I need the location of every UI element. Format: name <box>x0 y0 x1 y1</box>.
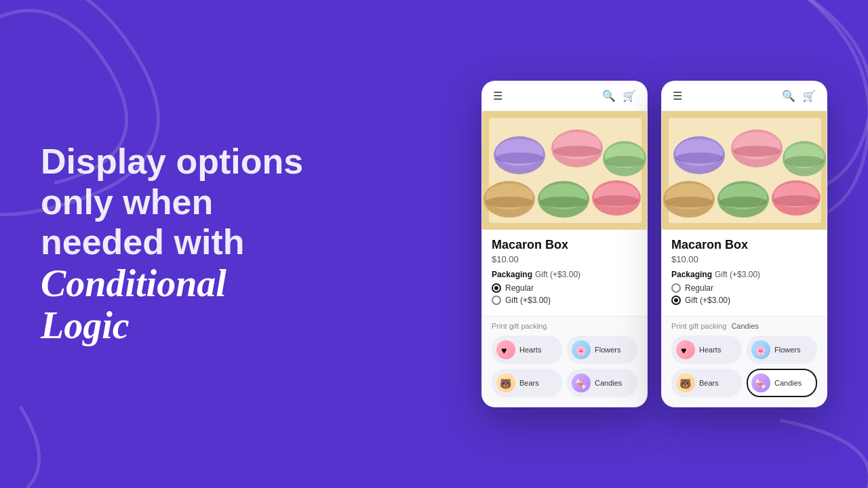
svg-text:🌸: 🌸 <box>575 345 587 357</box>
phone1-flowers-thumb: 🌸 <box>572 340 591 359</box>
phone2-product-price: $10.00 <box>671 254 817 264</box>
phone1-pattern-bears[interactable]: 🐻 Bears <box>492 369 562 397</box>
svg-text:♥: ♥ <box>501 345 507 356</box>
phone2-product-image <box>662 111 827 230</box>
hamburger-icon[interactable]: ☰ <box>493 89 502 102</box>
phone1-product-info: Macaron Box $10.00 Packaging Gift (+$3.0… <box>482 230 647 316</box>
cart-icon[interactable]: 🛒 <box>623 89 636 102</box>
phone1-product-price: $10.00 <box>492 254 637 264</box>
phone2-cart-icon[interactable]: 🛒 <box>802 89 816 102</box>
phone1-bears-label: Bears <box>519 379 539 387</box>
phone1-product-title: Macaron Box <box>492 238 637 252</box>
svg-text:🍬: 🍬 <box>575 378 587 390</box>
phone2-option-gift-label: Gift (+$3.00) <box>685 296 730 305</box>
phone1-option-regular-label: Regular <box>505 283 534 293</box>
svg-point-37 <box>665 197 713 207</box>
phone1-header-icons: 🔍 🛒 <box>602 89 636 102</box>
phone2-gift-packing: Print gift packing Candies ♥ Hearts 🌸 <box>662 316 827 407</box>
phone2-pattern-flowers[interactable]: 🌸 Flowers <box>747 336 817 364</box>
phone2-search-icon[interactable]: 🔍 <box>782 89 795 102</box>
radio-gift[interactable] <box>492 296 501 305</box>
phone1-gift-label-row: Print gift packing <box>492 322 637 330</box>
phone1-candies-thumb: 🍬 <box>572 373 591 392</box>
phone2-packaging-row: Packaging Gift (+$3.00) <box>671 270 817 279</box>
phones-container: ☰ 🔍 🛒 <box>481 81 827 407</box>
svg-point-28 <box>675 152 723 163</box>
phone2-radio-gift-selected[interactable] <box>671 296 681 305</box>
headline-line3: needed with <box>41 222 244 262</box>
svg-text:🐻: 🐻 <box>500 378 512 390</box>
headline-line2: only when <box>41 182 213 222</box>
phone2-header: ☰ 🔍 🛒 <box>662 81 827 111</box>
svg-text:♥: ♥ <box>681 345 686 356</box>
phone2-pattern-grid: ♥ Hearts 🌸 Flowers 🐻 Bear <box>671 336 817 397</box>
phone1-option-regular[interactable]: Regular <box>492 283 637 293</box>
phone2-product-info: Macaron Box $10.00 Packaging Gift (+$3.0… <box>662 230 827 316</box>
headline-line1: Display options <box>41 142 303 181</box>
phone1-product-image <box>482 111 647 230</box>
phone2-hearts-label: Hearts <box>699 346 721 354</box>
phone2-hearts-thumb: ♥ <box>676 340 695 359</box>
phone1-option-gift[interactable]: Gift (+$3.00) <box>492 296 637 305</box>
svg-point-7 <box>553 146 601 157</box>
svg-point-34 <box>785 156 824 167</box>
svg-point-16 <box>540 197 587 207</box>
svg-text:🐻: 🐻 <box>679 378 692 390</box>
headline-text: Display options only when needed with <box>41 142 454 263</box>
svg-point-4 <box>496 152 543 163</box>
phone1-packaging-label: Packaging <box>492 270 532 279</box>
svg-point-31 <box>733 146 781 157</box>
phone1-header: ☰ 🔍 🛒 <box>482 81 647 111</box>
phone2-pattern-bears[interactable]: 🐻 Bears <box>671 369 742 397</box>
phone2-header-icons: 🔍 🛒 <box>782 89 816 102</box>
phone2-radio-regular[interactable] <box>671 283 681 293</box>
phone2-flowers-thumb: 🌸 <box>751 340 770 359</box>
page-container: Display options only when needed with Co… <box>0 0 868 488</box>
phone1-gift-packing: Print gift packing ♥ Hearts 🌸 Flowers <box>482 316 647 407</box>
phone1-pattern-flowers[interactable]: 🌸 Flowers <box>567 336 637 364</box>
phone1-packaging-row: Packaging Gift (+$3.00) <box>492 270 637 279</box>
phone2-candies-label: Candies <box>774 379 802 387</box>
phone1-pattern-candies[interactable]: 🍬 Candies <box>567 369 637 397</box>
search-icon[interactable]: 🔍 <box>602 89 616 102</box>
svg-point-43 <box>774 195 818 206</box>
phone2-bears-thumb: 🐻 <box>676 373 695 392</box>
phone2-pattern-hearts[interactable]: ♥ Hearts <box>671 336 742 364</box>
headline-line4: Conditional <box>41 262 226 304</box>
phone2-bears-label: Bears <box>699 379 719 387</box>
phone2-flowers-label: Flowers <box>774 346 801 354</box>
phone1-bears-thumb: 🐻 <box>496 373 515 392</box>
phone2-option-gift[interactable]: Gift (+$3.00) <box>671 296 817 305</box>
phone1-flowers-label: Flowers <box>595 346 621 354</box>
radio-regular-selected[interactable] <box>492 283 501 293</box>
phone1-option-gift-label: Gift (+$3.00) <box>505 296 551 305</box>
phone-mockup-1: ☰ 🔍 🛒 <box>481 81 648 407</box>
svg-point-19 <box>594 195 639 206</box>
phone2-packaging-label: Packaging <box>671 270 712 279</box>
phone2-product-title: Macaron Box <box>671 238 817 252</box>
svg-text:🌸: 🌸 <box>755 345 767 357</box>
svg-point-40 <box>719 197 767 207</box>
phone2-pattern-candies[interactable]: 🍬 Candies <box>747 369 817 397</box>
phone1-pattern-grid: ♥ Hearts 🌸 Flowers 🐻 Bear <box>492 336 637 397</box>
phone1-hearts-thumb: ♥ <box>496 340 515 359</box>
phone2-hamburger-icon[interactable]: ☰ <box>673 89 682 102</box>
phone2-gift-label: Print gift packing <box>671 322 726 330</box>
phone1-hearts-label: Hearts <box>519 346 541 354</box>
phone2-option-regular-label: Regular <box>685 283 713 293</box>
svg-point-13 <box>486 197 533 207</box>
svg-point-10 <box>605 156 644 167</box>
phone1-pattern-hearts[interactable]: ♥ Hearts <box>492 336 562 364</box>
phone-mockup-2: ☰ 🔍 🛒 <box>661 81 827 407</box>
phone2-packaging-value: Gift (+$3.00) <box>715 270 760 279</box>
phone1-candies-label: Candies <box>595 379 622 387</box>
phone2-candies-thumb: 🍬 <box>751 373 770 392</box>
headline-line5: Logic <box>41 304 130 346</box>
phone2-option-regular[interactable]: Regular <box>671 283 817 293</box>
left-text-block: Display options only when needed with Co… <box>41 142 481 347</box>
phone2-gift-value: Candies <box>729 322 758 330</box>
phone2-gift-label-row: Print gift packing Candies <box>671 322 817 330</box>
headline-italic-text: Conditional Logic <box>41 263 454 346</box>
phone1-gift-label: Print gift packing <box>492 322 547 330</box>
phone1-packaging-value: Gift (+$3.00) <box>535 270 580 279</box>
